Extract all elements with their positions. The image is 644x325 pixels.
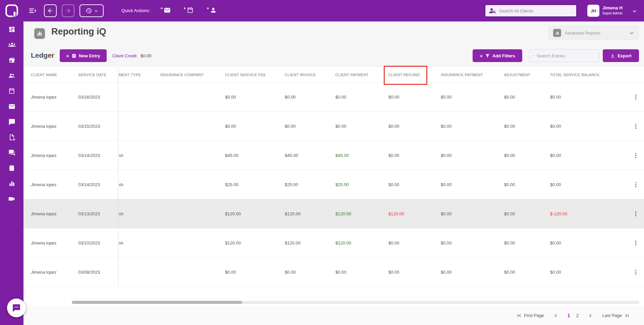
back-button[interactable] [44, 4, 57, 17]
sidebar-item-forum[interactable] [8, 149, 16, 156]
page-number-2[interactable]: 2 [576, 313, 579, 318]
quick-action-new-mail[interactable]: + [160, 7, 171, 14]
quick-action-add-client[interactable]: + [207, 7, 217, 13]
column-header-client_invoice[interactable]: CLIENT INVOICE [285, 73, 335, 77]
add-filters-button[interactable]: + Add Filters [473, 49, 522, 62]
last-page-icon [624, 313, 630, 319]
column-header-total_service_balance[interactable]: TOTAL SERVICE BALANCE [550, 73, 627, 77]
add-filters-label: Add Filters [492, 53, 515, 58]
column-header-client_refund[interactable]: CLIENT REFUND [388, 73, 441, 77]
cell-client_payment: $0.00 [335, 124, 388, 129]
table-row[interactable]: Jimena lopez03/13/2023sh$120.00$120.00$1… [23, 199, 644, 228]
horizontal-scrollbar-track[interactable] [72, 301, 639, 304]
sidebar-item-dashboard[interactable] [8, 25, 16, 33]
forum-icon [8, 149, 15, 156]
table-row[interactable]: Jimena lopez03/15/2023$0.00$0.00$0.00$0.… [23, 112, 644, 141]
cell-client_invoice: $0.00 [285, 95, 335, 100]
table-row[interactable]: Jimena lopez03/16/2023$0.00$0.00$0.00$0.… [23, 83, 644, 112]
history-button[interactable] [79, 4, 104, 17]
sidebar-item-reports[interactable] [8, 180, 16, 187]
cell-insurance_payment: $0.00 [441, 240, 504, 246]
column-header-payment_type[interactable]: MENT TYPE [119, 73, 160, 77]
app-logo[interactable] [5, 4, 19, 19]
sidebar-item-clients[interactable] [8, 41, 16, 48]
horizontal-scrollbar-thumb[interactable] [72, 301, 242, 304]
column-header-adjustment[interactable]: ADJUSTMENT [504, 73, 550, 77]
page-number-1[interactable]: 1 [568, 313, 570, 318]
table-row[interactable]: Jimena lopez03/10/2023sh$120.00$120.00$1… [23, 228, 644, 258]
row-menu-button[interactable] [627, 239, 644, 247]
row-menu-button[interactable] [627, 181, 644, 188]
cell-adjustment: $0.00 [504, 182, 550, 187]
cell-service_date: 03/10/2023 [78, 240, 119, 246]
chevron-down-icon [632, 8, 637, 14]
column-header-insurance_payment[interactable]: INSURANCE PAYMENT [441, 73, 504, 77]
user-avatar[interactable]: JH [587, 5, 599, 17]
sidebar-item-mail[interactable] [8, 103, 16, 110]
column-header-service_date[interactable]: SERVICE DATE [78, 73, 119, 77]
table-row[interactable]: Jimena lopez03/14/2023sh$45.00$45.00$45.… [23, 141, 644, 170]
note-add-icon [8, 134, 15, 141]
export-icon [610, 53, 615, 58]
user-menu[interactable]: Jimena H Super Admin [602, 5, 623, 15]
row-menu-button[interactable] [627, 210, 644, 217]
cell-adjustment: $0.00 [504, 270, 550, 275]
user-menu-chevron[interactable] [632, 8, 637, 15]
cell-client_name: Jimena lopez [31, 153, 78, 158]
column-header-client_payment[interactable]: CLIENT PAYMENT [335, 73, 388, 77]
cell-payment_type: sh [119, 153, 160, 158]
cell-client_service_fee: $120.00 [225, 240, 285, 246]
last-page-button[interactable]: Last Page [602, 313, 630, 319]
topbar: Quick Actions: + + + JH Jimena H Super A… [0, 0, 644, 21]
first-page-button[interactable]: First Page [516, 313, 544, 319]
row-menu-button[interactable] [627, 94, 644, 101]
row-menu-button[interactable] [627, 123, 644, 130]
sidebar-item-store[interactable] [8, 56, 16, 64]
advanced-reports-dropdown[interactable]: Advanced Reports [549, 26, 639, 40]
row-menu-icon [632, 269, 639, 276]
forward-button[interactable] [62, 4, 74, 17]
cell-client_service_fee: $0.00 [225, 95, 285, 100]
advanced-reports-icon [553, 29, 561, 37]
next-page-icon [587, 313, 593, 319]
mail-icon [8, 103, 15, 110]
search-all-clients-input[interactable] [499, 8, 573, 13]
cell-client_name: Jimena lopez [31, 95, 78, 100]
row-menu-icon [632, 239, 639, 247]
quick-actions-label: Quick Actions: [121, 8, 150, 13]
column-header-insurance_company[interactable]: INSURANCE COMPANY [160, 73, 225, 77]
sidebar-item-chat[interactable] [8, 118, 16, 125]
row-menu-button[interactable] [627, 152, 644, 159]
menu-icon[interactable] [28, 6, 37, 16]
video-icon [8, 195, 15, 203]
row-menu-button[interactable] [627, 269, 644, 276]
back-arrow-icon [47, 7, 54, 14]
sidebar-item-tasks[interactable] [8, 164, 16, 172]
client-credit-label: Client Credit: [112, 53, 138, 58]
calendar-icon [8, 88, 15, 94]
prev-page-button[interactable] [553, 313, 559, 319]
cell-adjustment: $0.00 [504, 124, 550, 129]
table-row[interactable]: Jimena lopez03/08/2023$0.00$0.00$0.00$0.… [23, 258, 644, 287]
sidebar-item-calendar[interactable] [8, 87, 16, 95]
cell-service_date: 03/14/2023 [78, 182, 119, 187]
table-row[interactable]: Jimena lopez03/14/2023sh$25.00$25.00$25.… [23, 170, 644, 199]
cell-client_name: Jimena lopez [31, 270, 78, 275]
sidebar-item-notes[interactable] [8, 133, 16, 141]
cell-service_date: 03/08/2023 [78, 270, 119, 275]
next-page-button[interactable] [587, 313, 593, 319]
column-header-client_service_fee[interactable]: CLIENT SERVICE FEE [225, 73, 285, 77]
sidebar-item-video[interactable] [8, 195, 16, 203]
groups-icon [8, 72, 15, 79]
column-header-client_name[interactable]: CLIENT NAME [31, 73, 78, 77]
chat-launcher-button[interactable] [7, 299, 26, 317]
quick-action-new-appointment[interactable]: + [183, 7, 194, 13]
table-body: Jimena lopez03/16/2023$0.00$0.00$0.00$0.… [23, 83, 644, 287]
search-entries-input[interactable] [537, 53, 596, 58]
cell-client_service_fee: $0.00 [225, 270, 285, 275]
export-button[interactable]: Export [603, 49, 639, 62]
sidebar-item-groups[interactable] [8, 72, 16, 79]
client-credit: Client Credit: $0.00 [112, 53, 151, 58]
new-entry-button[interactable]: + New Entry [60, 49, 107, 62]
plus-glyph: + [480, 53, 483, 59]
